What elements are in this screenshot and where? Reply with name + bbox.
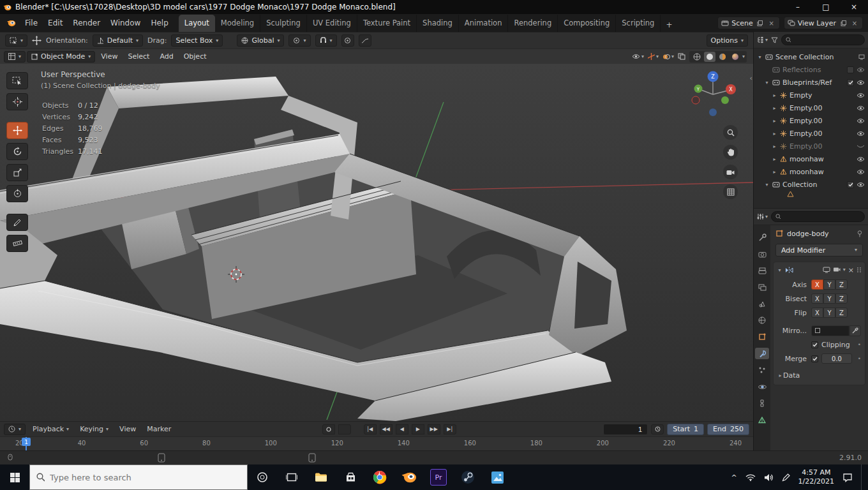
proportional-editing-toggle[interactable] [341, 34, 354, 47]
tab-uv-editing[interactable]: UV Editing [307, 15, 357, 32]
menu-file[interactable]: File [20, 17, 43, 29]
panel-collapse-arrow[interactable]: ‹ [750, 74, 752, 82]
outliner-item-moonhaw[interactable]: ▸ moonhaw [754, 165, 868, 178]
viewport-3d[interactable]: User Perspective (1) Scene Collection | … [0, 64, 753, 421]
tab-scene-properties[interactable] [755, 298, 769, 309]
expander-icon[interactable]: ▾ [757, 54, 763, 60]
viewport-menu-view[interactable]: View [96, 51, 122, 62]
annotate-tool-button[interactable] [6, 214, 28, 231]
tab-physics-properties[interactable] [755, 381, 769, 392]
timeline-view-menu[interactable]: View [116, 424, 140, 434]
outliner-item-empty-00[interactable]: ▸ Empty.00 [754, 101, 868, 114]
collection-checkbox[interactable] [847, 181, 854, 188]
transform-orientation-dropdown[interactable]: Global ▾ [237, 34, 284, 47]
viewport-menu-object[interactable]: Object [179, 51, 211, 62]
expander-icon[interactable]: ▸ [772, 156, 777, 162]
clipping-checkbox[interactable] [811, 341, 818, 348]
network-icon[interactable] [745, 473, 756, 481]
rotate-tool-button[interactable] [6, 143, 28, 160]
outliner-item-blueprints-ref[interactable]: ▾ Blueprints/Ref [754, 76, 868, 89]
menu-help[interactable]: Help [146, 17, 173, 29]
delete-scene-button[interactable]: × [767, 19, 776, 27]
tab-sculpting[interactable]: Sculpting [260, 15, 307, 32]
axis-z-toggle[interactable]: Z [835, 279, 848, 290]
remove-view-layer-button[interactable]: × [850, 19, 859, 27]
collection-checkbox[interactable] [847, 66, 854, 73]
blender-menu-icon[interactable] [3, 19, 20, 27]
tray-chevron-up-icon[interactable]: ^ [731, 473, 737, 482]
select-box-tool-button[interactable] [6, 72, 28, 89]
outliner-filter-icon[interactable] [771, 37, 778, 43]
action-center-icon[interactable] [842, 473, 853, 482]
show-object-types-dropdown[interactable]: ▾ [632, 54, 644, 59]
premiere-button[interactable]: Pr [424, 464, 453, 490]
properties-search-input[interactable] [783, 213, 860, 220]
eye-closed-icon[interactable] [857, 144, 865, 149]
outliner-item-scene-collection[interactable]: ▾ Scene Collection [754, 50, 868, 63]
axis-y-toggle[interactable]: Y [823, 279, 835, 290]
mode-dropdown[interactable]: Object Mode ▾ [27, 51, 95, 63]
cursor-tool-button[interactable] [6, 93, 28, 110]
animate-dot-icon[interactable]: • [858, 341, 861, 348]
outliner-item-reflections[interactable]: Reflections [754, 63, 868, 76]
current-frame-field[interactable] [603, 424, 648, 435]
navigation-gizmo[interactable]: Z X Y [689, 69, 737, 119]
auto-keyframe-toggle[interactable] [322, 424, 335, 434]
tab-view-layer-properties[interactable] [755, 281, 769, 293]
modifier-extras-dropdown[interactable]: ▾ [843, 267, 846, 272]
proportional-falloff-icon[interactable] [359, 34, 371, 47]
outliner-search-input[interactable] [793, 36, 860, 43]
orientation-dropdown[interactable]: Default ▾ [93, 34, 143, 47]
taskbar-search-input[interactable] [50, 473, 241, 482]
animate-dot-icon[interactable]: • [858, 355, 861, 362]
properties-search[interactable] [771, 211, 865, 222]
editor-type-dropdown[interactable]: ▾ [4, 51, 26, 63]
transform-tool-button[interactable] [6, 185, 28, 202]
tab-object-properties[interactable] [755, 331, 769, 343]
outliner-item-empty-00-hidden[interactable]: ▸ Empty.00 [754, 140, 868, 152]
new-scene-button[interactable] [756, 19, 765, 27]
minimize-button[interactable]: – [784, 0, 812, 14]
expander-icon[interactable]: ▸ [772, 93, 777, 98]
data-expander-icon[interactable]: ▸ [777, 373, 783, 378]
outliner-item-empty-00[interactable]: ▸ Empty.00 [754, 127, 868, 140]
timeline-editor-dropdown[interactable]: ▾ [4, 424, 26, 435]
move-gizmo-icon[interactable] [32, 36, 41, 45]
zoom-button[interactable] [723, 125, 738, 140]
outliner-item-collection[interactable]: ▾ Collection [754, 178, 868, 191]
jump-to-end-button[interactable]: ▶| [444, 424, 456, 434]
mirror-object-field[interactable] [811, 325, 849, 336]
pin-icon[interactable] [857, 230, 863, 237]
tab-modifier-properties[interactable] [755, 348, 769, 359]
frame-start-field[interactable]: Start1 [667, 424, 704, 435]
tab-particle-properties[interactable] [755, 364, 769, 376]
delete-modifier-button[interactable]: × [848, 266, 854, 274]
outliner-item-moonhaw[interactable]: ▸ moonhaw [754, 152, 868, 165]
pen-icon[interactable] [782, 473, 790, 482]
menu-edit[interactable]: Edit [43, 17, 68, 29]
play-button[interactable]: ▶ [412, 424, 424, 434]
active-tool-dropdown[interactable]: ▾ [5, 34, 27, 47]
start-button[interactable] [0, 464, 29, 490]
tab-shading[interactable]: Shading [417, 15, 459, 32]
ortho-toggle-button[interactable] [723, 184, 738, 199]
chrome-button[interactable] [365, 464, 394, 490]
eye-icon[interactable] [857, 80, 865, 85]
eye-icon[interactable] [857, 105, 865, 111]
eye-icon[interactable] [857, 131, 865, 137]
timeline-playhead[interactable]: 1 [22, 437, 31, 450]
timeline-marker-menu[interactable]: Marker [143, 424, 175, 434]
menu-render[interactable]: Render [68, 17, 105, 29]
realtime-display-toggle[interactable] [833, 267, 841, 273]
outliner-item-empty-00[interactable]: ▸ Empty.00 [754, 114, 868, 127]
menu-window[interactable]: Window [105, 17, 146, 29]
merge-checkbox[interactable] [811, 355, 818, 362]
flip-y-toggle[interactable]: Y [823, 308, 835, 318]
tab-layout[interactable]: Layout [179, 15, 215, 32]
use-preview-range-toggle[interactable] [651, 424, 664, 434]
play-reverse-button[interactable]: ◀ [396, 424, 408, 434]
microsoft-store-button[interactable] [336, 464, 365, 490]
bisect-y-toggle[interactable]: Y [823, 293, 835, 304]
tab-output-properties[interactable] [755, 265, 769, 276]
drag-dropdown[interactable]: Select Box ▾ [171, 34, 223, 47]
